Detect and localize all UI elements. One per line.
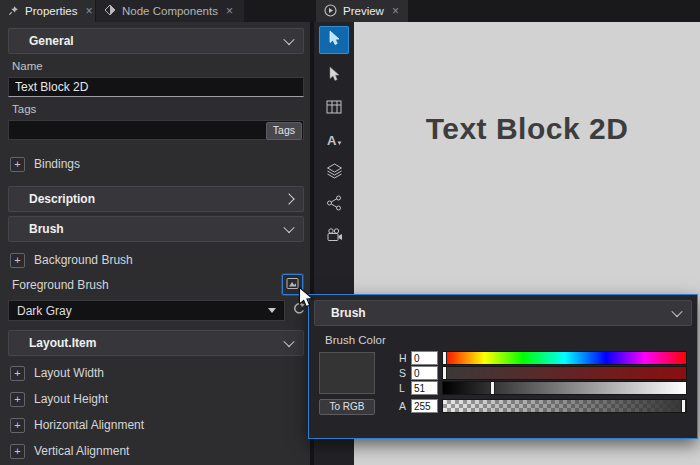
play-icon [324, 4, 337, 19]
name-input[interactable] [8, 77, 304, 97]
saturation-slider-handle[interactable] [443, 367, 446, 379]
brush-editor-popup: Brush Brush Color To RGB H S L A [308, 294, 698, 439]
layout-height-row: + Layout Height [10, 388, 300, 410]
section-header-general[interactable]: General [8, 28, 304, 54]
section-header-description-label: Description [29, 192, 95, 206]
chevron-down-icon [671, 306, 682, 317]
current-color-swatch [319, 352, 375, 394]
horizontal-alignment-label: Horizontal Alignment [34, 418, 144, 432]
pointer-tool-button[interactable] [319, 62, 349, 90]
vertical-alignment-label: Vertical Alignment [34, 444, 129, 458]
name-label: Name [12, 60, 43, 72]
tags-input[interactable] [8, 120, 304, 140]
popup-brush-header-label: Brush [331, 306, 366, 320]
chevron-right-icon [283, 193, 294, 204]
add-horizontal-alignment-button[interactable]: + [10, 418, 25, 433]
tab-preview-label: Preview [343, 5, 384, 17]
foreground-brush-value: Dark Gray [17, 304, 72, 318]
section-header-description[interactable]: Description [8, 186, 304, 212]
grid-tool-icon [326, 100, 342, 118]
hue-value-input[interactable] [411, 351, 438, 365]
pointer-tool-icon [326, 66, 342, 86]
grid-tool-button[interactable] [319, 95, 349, 123]
background-brush-row: + Background Brush [10, 249, 300, 271]
reset-icon [292, 302, 306, 320]
alpha-gradient-overlay [443, 400, 686, 412]
layout-width-label: Layout Width [34, 366, 104, 380]
tab-node-components-label: Node Components [122, 5, 218, 17]
alpha-channel-label: A [399, 399, 409, 413]
tags-button[interactable]: Tags [266, 122, 302, 140]
select-tool-icon [326, 30, 342, 50]
pin-icon [8, 5, 19, 18]
chevron-down-icon [283, 336, 294, 347]
tags-field-wrap: Tags [8, 120, 304, 140]
layers-tool-icon [326, 163, 343, 183]
text-tool-icon: A [326, 132, 342, 151]
tab-node-components[interactable]: Node Components × [96, 0, 244, 22]
text-tool-button[interactable]: A [319, 127, 349, 155]
vertical-alignment-row: + Vertical Alignment [10, 440, 300, 462]
tags-label: Tags [12, 103, 36, 115]
node-graph-tool-button[interactable] [319, 191, 349, 219]
layout-height-label: Layout Height [34, 392, 108, 406]
background-brush-label: Background Brush [34, 253, 133, 267]
section-header-layout-item[interactable]: Layout.Item [8, 330, 304, 356]
close-icon[interactable]: × [392, 5, 399, 17]
add-background-brush-button[interactable]: + [10, 253, 25, 268]
chevron-down-icon [268, 308, 276, 313]
bindings-label: Bindings [34, 157, 80, 171]
horizontal-alignment-row: + Horizontal Alignment [10, 414, 300, 436]
alpha-slider-handle[interactable] [682, 400, 685, 412]
foreground-brush-label: Foreground Brush [12, 278, 109, 292]
add-layout-width-button[interactable]: + [10, 366, 25, 381]
tab-properties-label: Properties [25, 5, 77, 17]
add-binding-button[interactable]: + [10, 157, 25, 172]
application-window: Properties × Node Components × Preview ×… [0, 0, 700, 465]
saturation-channel-label: S [399, 366, 409, 380]
camera-tool-button[interactable] [319, 223, 349, 251]
saturation-value-input[interactable] [411, 366, 438, 380]
section-header-general-label: General [29, 34, 74, 48]
component-icon [104, 4, 116, 18]
section-header-brush-label: Brush [29, 222, 64, 236]
chevron-down-icon [283, 34, 294, 45]
lightness-value-input[interactable] [411, 381, 438, 395]
close-icon[interactable]: × [226, 5, 233, 17]
layers-tool-button[interactable] [319, 159, 349, 187]
tab-preview[interactable]: Preview × [316, 0, 408, 22]
reset-property-button[interactable] [289, 300, 308, 321]
lightness-slider-handle[interactable] [491, 382, 494, 394]
lightness-slider[interactable] [442, 381, 687, 395]
add-vertical-alignment-button[interactable]: + [10, 444, 25, 459]
section-header-layout-item-label: Layout.Item [29, 336, 96, 350]
hue-slider[interactable] [442, 351, 687, 365]
add-layout-height-button[interactable]: + [10, 392, 25, 407]
section-header-brush[interactable]: Brush [8, 216, 304, 242]
layout-width-row: + Layout Width [10, 362, 300, 384]
lightness-channel-label: L [399, 381, 409, 395]
brush-color-label: Brush Color [325, 334, 386, 346]
bindings-row: + Bindings [10, 153, 300, 175]
svg-text:A: A [327, 132, 337, 147]
to-rgb-button[interactable]: To RGB [319, 399, 375, 415]
brush-editor-icon [286, 276, 299, 294]
popup-section-header-brush[interactable]: Brush [314, 300, 692, 326]
node-graph-tool-icon [326, 195, 342, 215]
camera-tool-icon [326, 228, 343, 246]
saturation-slider[interactable] [442, 366, 687, 380]
alpha-value-input[interactable] [411, 399, 438, 413]
chevron-down-icon [283, 222, 294, 233]
close-icon[interactable]: × [85, 5, 92, 17]
open-brush-editor-button[interactable] [282, 274, 303, 295]
tab-properties[interactable]: Properties × [0, 0, 95, 22]
select-tool-button[interactable] [319, 26, 349, 54]
hue-channel-label: H [399, 351, 409, 365]
alpha-slider[interactable] [442, 399, 687, 413]
hue-slider-handle[interactable] [443, 352, 446, 364]
preview-text-block: Text Block 2D [354, 112, 700, 146]
foreground-brush-dropdown[interactable]: Dark Gray [8, 300, 285, 321]
